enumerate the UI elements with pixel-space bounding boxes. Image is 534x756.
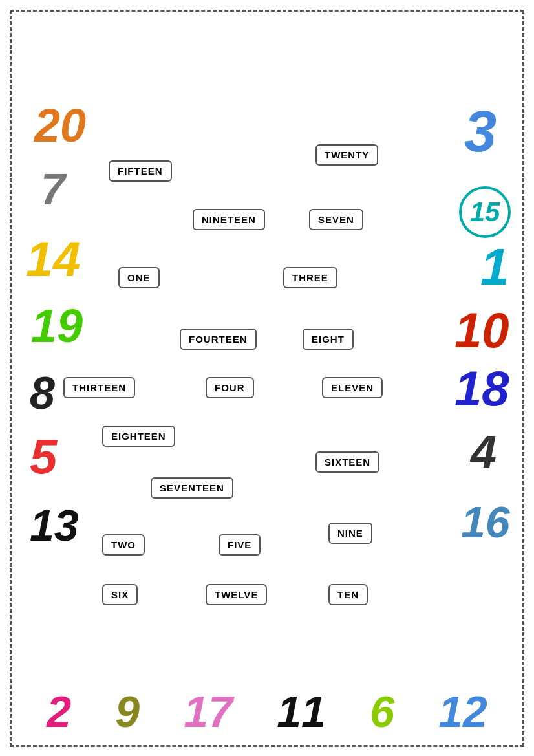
word-box-seventeen: SEVENTEEN	[151, 477, 233, 499]
word-box-twenty: TWENTY	[315, 144, 378, 166]
big-num-n7: 7	[41, 167, 65, 211]
word-box-fifteen: FIFTEEN	[109, 160, 172, 182]
word-box-eighteen: EIGHTEEN	[102, 426, 175, 447]
bottom-num-11: 11	[277, 689, 326, 733]
big-num-n4: 4	[471, 429, 497, 475]
big-num-n14: 14	[26, 235, 81, 284]
circled-15: 15	[459, 186, 511, 238]
big-num-n20: 20	[34, 102, 86, 149]
word-box-four: FOUR	[206, 377, 254, 398]
word-box-eleven: ELEVEN	[322, 377, 383, 398]
bottom-num-6: 6	[370, 689, 394, 733]
word-box-twelve: TWELVE	[206, 584, 267, 605]
bottom-num-12: 12	[438, 689, 487, 733]
big-num-n16: 16	[461, 500, 510, 544]
word-box-sixteen: SIXTEEN	[315, 451, 379, 473]
word-box-nine: NINE	[328, 523, 372, 544]
big-num-n18: 18	[454, 364, 509, 413]
big-num-n5: 5	[30, 432, 57, 481]
big-num-n19: 19	[31, 303, 83, 349]
word-box-eight: EIGHT	[303, 329, 354, 350]
word-box-ten: TEN	[328, 584, 368, 605]
word-box-fourteen: FOURTEEN	[180, 329, 257, 350]
big-num-n10: 10	[454, 306, 509, 355]
big-num-n13: 13	[30, 503, 79, 547]
page: FIFTEENTWENTYNINETEENSEVENONETHREEFOURTE…	[10, 10, 524, 747]
word-box-three: THREE	[283, 267, 337, 288]
bottom-num-9: 9	[115, 689, 140, 733]
word-box-five: FIVE	[219, 534, 261, 556]
word-box-nineteen: NINETEEN	[193, 209, 265, 230]
big-num-n3: 3	[464, 102, 497, 160]
bottom-row: 291711612	[12, 689, 522, 733]
word-box-seven: SEVEN	[309, 209, 363, 230]
word-box-thirteen: THIRTEEN	[63, 377, 135, 398]
word-box-one: ONE	[118, 267, 160, 288]
bottom-num-2: 2	[47, 689, 71, 733]
word-box-six: SIX	[102, 584, 138, 605]
big-num-n8: 8	[30, 371, 55, 416]
big-num-n1: 1	[480, 241, 509, 293]
bottom-num-17: 17	[184, 689, 233, 733]
word-box-two: TWO	[102, 534, 145, 556]
